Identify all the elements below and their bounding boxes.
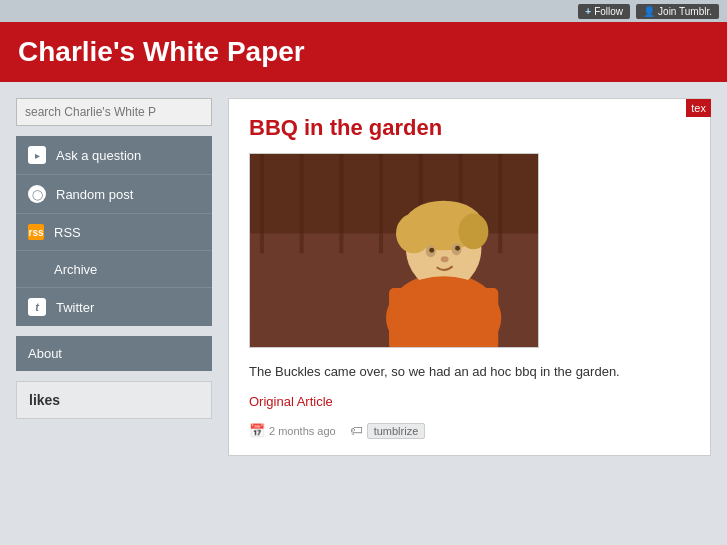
main-layout: ▸ Ask a question ◯ Random post rss RSS A…: [0, 82, 727, 472]
calendar-icon: 📅: [249, 423, 265, 438]
likes-section: likes: [16, 381, 212, 419]
svg-point-16: [429, 248, 434, 253]
svg-rect-8: [498, 154, 502, 253]
rss-icon: rss: [28, 224, 44, 240]
site-title: Charlie's White Paper: [18, 36, 709, 68]
meta-tag: 🏷 tumblrize: [350, 423, 426, 439]
nav-item-ask[interactable]: ▸ Ask a question: [16, 136, 212, 175]
tag-icon: 🏷: [350, 423, 363, 438]
follow-button[interactable]: + Follow: [578, 4, 630, 19]
archive-icon: [28, 261, 44, 277]
nav-item-twitter[interactable]: t Twitter: [16, 288, 212, 326]
join-button[interactable]: 👤 Join Tumblr.: [636, 4, 719, 19]
post-meta: 📅 2 months ago 🏷 tumblrize: [249, 423, 690, 439]
svg-rect-3: [300, 154, 304, 253]
nav-item-rss[interactable]: rss RSS: [16, 214, 212, 251]
bulb-icon: ◯: [28, 185, 46, 203]
nav-item-random[interactable]: ◯ Random post: [16, 175, 212, 214]
site-header: Charlie's White Paper: [0, 22, 727, 82]
svg-rect-5: [379, 154, 383, 253]
svg-point-12: [396, 213, 432, 253]
topbar: + Follow 👤 Join Tumblr.: [0, 0, 727, 22]
tex-label: tex: [686, 99, 711, 117]
search-input[interactable]: [16, 98, 212, 126]
post-image: [249, 153, 539, 348]
svg-point-18: [441, 256, 449, 262]
about-section[interactable]: About: [16, 336, 212, 371]
nav-item-archive[interactable]: Archive: [16, 251, 212, 288]
svg-rect-1: [250, 154, 538, 233]
plus-icon: +: [585, 6, 591, 17]
post-title: BBQ in the garden: [249, 115, 690, 141]
person-icon: 👤: [643, 6, 655, 17]
content-area: tex BBQ in the garden: [228, 98, 711, 456]
post-body: The Buckles came over, so we had an ad h…: [249, 362, 690, 382]
twitter-icon: t: [28, 298, 46, 316]
svg-point-17: [455, 246, 460, 251]
chat-icon: ▸: [28, 146, 46, 164]
original-article-link[interactable]: Original Article: [249, 394, 690, 409]
sidebar: ▸ Ask a question ◯ Random post rss RSS A…: [16, 98, 212, 456]
nav-menu: ▸ Ask a question ◯ Random post rss RSS A…: [16, 136, 212, 326]
svg-rect-22: [389, 288, 498, 348]
svg-rect-4: [339, 154, 343, 253]
svg-point-13: [459, 213, 489, 249]
svg-rect-2: [260, 154, 264, 253]
meta-time: 📅 2 months ago: [249, 423, 336, 438]
